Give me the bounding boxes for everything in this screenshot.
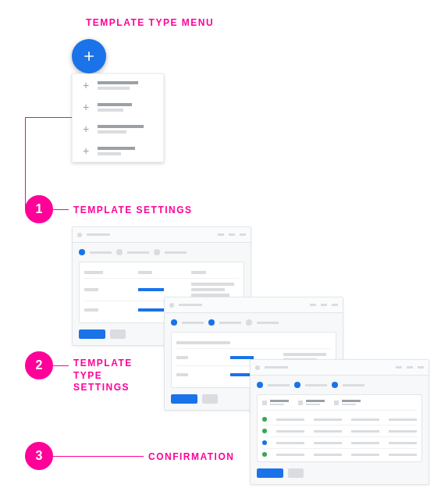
add-template-fab[interactable] — [72, 39, 106, 73]
wizard-stepper — [79, 249, 244, 255]
template-type-menu-card: + + + + — [72, 73, 164, 162]
table-row — [262, 449, 417, 460]
window-titlebar — [73, 227, 251, 243]
primary-button[interactable] — [79, 329, 105, 339]
menu-item-skeleton — [98, 103, 155, 112]
primary-button[interactable] — [171, 394, 197, 404]
step-dot — [154, 249, 160, 255]
step-dot-active — [332, 382, 338, 388]
table-row — [262, 437, 417, 449]
menu-item[interactable]: + — [73, 96, 163, 118]
connector-line — [25, 117, 72, 118]
step-dot-active — [208, 319, 215, 326]
step-1-label: TEMPLATE SETTINGS — [73, 205, 193, 217]
plus-icon: + — [80, 123, 91, 134]
step-dot — [246, 319, 252, 326]
secondary-button[interactable] — [202, 394, 218, 404]
step-dot — [116, 249, 123, 255]
title-label: TEMPLATE TYPE MENU — [86, 17, 214, 30]
menu-item[interactable]: + — [73, 74, 163, 96]
plus-icon — [81, 48, 97, 64]
step-dot-active — [79, 249, 85, 255]
connector-line — [53, 456, 144, 457]
plus-icon: + — [80, 80, 91, 91]
menu-item[interactable]: + — [73, 118, 163, 140]
wizard-stepper — [257, 382, 422, 388]
confirmation-panel — [257, 394, 422, 462]
window-titlebar — [251, 360, 428, 376]
step-dot-active — [294, 382, 300, 388]
confirmation-wireframe — [250, 359, 429, 485]
plus-icon: + — [80, 145, 91, 156]
menu-item-skeleton — [98, 125, 155, 134]
wizard-stepper — [171, 319, 336, 326]
table-row — [262, 414, 417, 426]
secondary-button[interactable] — [288, 468, 304, 478]
step-3-label: CONFIRMATION — [148, 451, 234, 464]
menu-item-skeleton — [98, 81, 155, 90]
menu-item-skeleton — [98, 147, 155, 155]
step-dot-active — [257, 382, 263, 388]
step-3-circle: 3 — [25, 442, 53, 470]
menu-item[interactable]: + — [73, 140, 163, 162]
connector-line — [53, 209, 69, 210]
table-row — [262, 426, 417, 437]
connector-line — [53, 365, 69, 366]
secondary-button[interactable] — [110, 329, 126, 339]
step-dot-active — [171, 319, 177, 326]
step-2-circle: 2 — [25, 351, 53, 379]
primary-button[interactable] — [257, 468, 283, 478]
connector-line — [25, 117, 26, 209]
step-2-label: TEMPLATE TYPE SETTINGS — [73, 358, 133, 394]
window-titlebar — [165, 297, 343, 313]
step-1-circle: 1 — [25, 195, 53, 223]
plus-icon: + — [80, 101, 91, 112]
